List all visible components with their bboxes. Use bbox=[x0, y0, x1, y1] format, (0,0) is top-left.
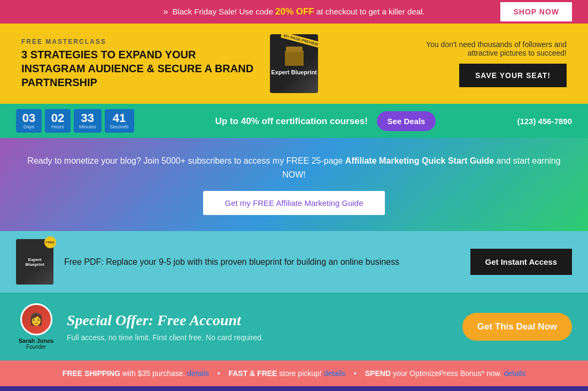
affiliate-guide-button[interactable]: Get my FREE Affiliate Marketing Guide bbox=[203, 191, 385, 215]
shipping-text3b: your OptimizePress Bonus* now. bbox=[391, 369, 504, 378]
bf-text-pre: Black Friday Sale! Use code bbox=[172, 7, 275, 16]
hours-box: 02 Hours bbox=[45, 109, 71, 133]
arrows-icon: » bbox=[163, 7, 168, 17]
get-deal-button[interactable]: Get This Deal Now bbox=[462, 313, 572, 341]
seconds-num: 41 bbox=[110, 112, 129, 124]
bf-text-post: at checkout to get a killer deal. bbox=[316, 7, 425, 16]
avatar-name: Sarah Jones bbox=[19, 338, 53, 344]
countdown-boxes: 03 Days 02 Hours 33 Minutes 41 Seconds bbox=[16, 109, 134, 133]
box-icon bbox=[285, 51, 304, 66]
free-badge: FREE bbox=[44, 236, 56, 248]
seconds-box: 41 Seconds bbox=[105, 109, 134, 133]
offer-label: Up to 40% off certification courses! bbox=[215, 116, 368, 126]
shipping-label2: FAST & FREE bbox=[228, 369, 277, 378]
days-box: 03 Days bbox=[16, 109, 42, 133]
shop-now-button[interactable]: SHOP NOW bbox=[500, 2, 572, 21]
minutes-label: Minutes bbox=[79, 124, 96, 129]
save-seat-button[interactable]: SAVE YOUR SEAT! bbox=[459, 64, 567, 87]
shipping-label1: FREE SHIPPING bbox=[63, 369, 120, 378]
affiliate-pre: Ready to monetize your blog? Join 5000+ … bbox=[27, 156, 345, 165]
avatar-section: 👩 Sarah Jones Founder bbox=[16, 303, 56, 350]
special-content: Special Offer: Free Account Full access,… bbox=[67, 312, 452, 342]
masterclass-banner: FREE MASTERCLASS 3 STRATEGIES TO EXPAND … bbox=[0, 24, 588, 104]
countdown-banner: 03 Days 02 Hours 33 Minutes 41 Seconds U… bbox=[0, 104, 588, 138]
blackfriday-text: Black Friday Sale! Use code 20% OFF at c… bbox=[172, 6, 424, 17]
shipping-link3[interactable]: details bbox=[504, 369, 525, 378]
masterclass-right-section: You don't need thousands of followers an… bbox=[329, 40, 567, 87]
affiliate-bold: Affiliate Marketing Quick Start Guide bbox=[345, 156, 494, 165]
minutes-box: 33 Minutes bbox=[74, 109, 102, 133]
blackfriday-banner: » Black Friday Sale! Use code 20% OFF at… bbox=[0, 0, 588, 24]
masterclass-title: 3 STRATEGIES TO EXPAND YOUR INSTAGRAM AU… bbox=[21, 48, 259, 89]
shipping-link1[interactable]: details bbox=[187, 369, 208, 378]
special-desc: Full access, no time limit. First client… bbox=[67, 333, 452, 342]
minutes-num: 33 bbox=[79, 112, 96, 124]
days-num: 03 bbox=[21, 112, 36, 124]
affiliate-text: Ready to monetize your blog? Join 5000+ … bbox=[21, 154, 567, 181]
hours-num: 02 bbox=[50, 112, 65, 124]
shipping-text: FREE SHIPPING with $35 purchase. details… bbox=[63, 369, 525, 378]
avatar-emoji: 👩 bbox=[29, 312, 43, 326]
pdf-book-title: Expert Blueprint bbox=[16, 255, 53, 270]
preview-badge: 40+ PAGE PREVIEW bbox=[280, 32, 321, 48]
bullet2: • bbox=[354, 369, 357, 378]
pdf-book-img: FREE Expert Blueprint bbox=[16, 239, 53, 285]
pdf-description: Free PDF: Replace your 9-5 job with this… bbox=[64, 257, 460, 267]
newsletter-banner: Join our newsletter today for free Subsc… bbox=[0, 386, 588, 391]
shipping-banner: FREE SHIPPING with $35 purchase. details… bbox=[0, 361, 588, 386]
days-label: Days bbox=[21, 124, 36, 129]
bf-highlight: 20% OFF bbox=[275, 6, 314, 17]
countdown-offer-text: Up to 40% off certification courses! See… bbox=[145, 111, 507, 131]
special-offer-banner: 👩 Sarah Jones Founder Special Offer: Fre… bbox=[0, 293, 588, 361]
masterclass-book: 40+ PAGE PREVIEW Expert Blueprint bbox=[270, 34, 318, 93]
shipping-text2b: store pickup! bbox=[277, 369, 323, 378]
masterclass-text-section: FREE MASTERCLASS 3 STRATEGIES TO EXPAND … bbox=[21, 38, 259, 89]
masterclass-desc: You don't need thousands of followers an… bbox=[406, 40, 567, 57]
shipping-text1b: with $35 purchase. bbox=[120, 369, 187, 378]
special-heading: Special Offer: Free Account bbox=[67, 312, 452, 329]
shipping-label3: SPEND bbox=[365, 369, 391, 378]
see-deals-button[interactable]: See Deals bbox=[377, 111, 436, 131]
seconds-label: Seconds bbox=[110, 124, 129, 129]
phone-number: (123) 456-7890 bbox=[517, 117, 572, 126]
pdf-banner: FREE Expert Blueprint Free PDF: Replace … bbox=[0, 231, 588, 293]
free-masterclass-label: FREE MASTERCLASS bbox=[21, 38, 259, 45]
avatar-role: Founder bbox=[26, 344, 46, 350]
shipping-link2[interactable]: details bbox=[324, 369, 345, 378]
hours-label: Hours bbox=[50, 124, 65, 129]
get-access-button[interactable]: Get Instant Access bbox=[470, 249, 572, 275]
bullet1: • bbox=[218, 369, 220, 378]
avatar: 👩 bbox=[20, 303, 52, 335]
book-title: Expert Blueprint bbox=[271, 68, 317, 76]
affiliate-banner: Ready to monetize your blog? Join 5000+ … bbox=[0, 138, 588, 231]
